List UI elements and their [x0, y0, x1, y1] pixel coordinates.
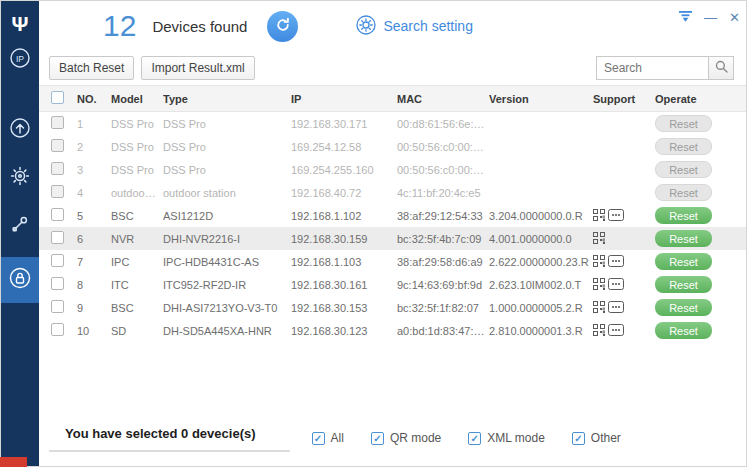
- cell-mac: 4c:11:bf:20:4c:e5: [397, 187, 489, 199]
- cell-model: DSS Pro: [111, 164, 163, 176]
- table-row[interactable]: 8ITCITC952-RF2D-IR192.168.30.1619c:14:63…: [39, 273, 746, 296]
- search-icon: [715, 60, 728, 76]
- table-body: 1DSS ProDSS Pro192.168.30.17100:d8:61:56…: [39, 112, 746, 342]
- sidebar-item-config[interactable]: [1, 161, 39, 195]
- minimize-button[interactable]: —: [704, 11, 717, 24]
- cell-version: 3.204.0000000.0.R: [489, 210, 593, 222]
- cell-mac: 00:50:56:c0:00:01: [397, 141, 489, 153]
- table-header: NO. Model Type IP MAC Version Support Op…: [39, 85, 746, 112]
- xml-icon: [608, 209, 624, 223]
- cell-support: [593, 278, 655, 292]
- refresh-button[interactable]: [267, 11, 298, 42]
- cell-ip: 192.168.1.102: [291, 210, 397, 222]
- reset-button[interactable]: Reset: [655, 161, 712, 178]
- sidebar: Ψ IP: [1, 1, 39, 466]
- xml-icon: [608, 301, 624, 315]
- cell-model: SD: [111, 325, 163, 337]
- row-checkbox[interactable]: [51, 185, 64, 198]
- filter-checkbox[interactable]: [468, 432, 481, 445]
- row-checkbox[interactable]: [51, 254, 64, 267]
- filter-qr-mode[interactable]: QR mode: [371, 431, 441, 445]
- row-checkbox[interactable]: [51, 277, 64, 290]
- cell-support: [593, 209, 655, 223]
- reset-button[interactable]: Reset: [655, 276, 712, 293]
- col-no: NO.: [77, 93, 111, 105]
- sidebar-item-modify-ip[interactable]: IP: [1, 43, 39, 77]
- table-row[interactable]: 1DSS ProDSS Pro192.168.30.17100:d8:61:56…: [39, 112, 746, 135]
- col-ip: IP: [291, 93, 397, 105]
- table-row[interactable]: 10SDDH-SD5A445XA-HNR192.168.30.123a0:bd:…: [39, 319, 746, 342]
- reset-button[interactable]: Reset: [655, 253, 712, 270]
- sidebar-item-password-reset[interactable]: [1, 257, 39, 303]
- qr-icon: [593, 232, 605, 246]
- main-panel: 12 Devices found Search setting: [39, 1, 746, 466]
- menu-filter-button[interactable]: [679, 11, 692, 24]
- batch-reset-button[interactable]: Batch Reset: [49, 56, 134, 80]
- cell-type: outdoor station: [163, 187, 291, 199]
- cell-no: 1: [77, 118, 111, 130]
- table-row[interactable]: 2DSS ProDSS Pro169.254.12.5800:50:56:c0:…: [39, 135, 746, 158]
- reset-button[interactable]: Reset: [655, 115, 712, 132]
- app-logo: Ψ: [1, 5, 39, 43]
- reset-button[interactable]: Reset: [655, 322, 712, 339]
- reset-button[interactable]: Reset: [655, 230, 712, 247]
- row-checkbox[interactable]: [51, 139, 64, 152]
- qr-icon: [593, 209, 605, 223]
- row-checkbox[interactable]: [51, 208, 64, 221]
- cell-model: BSC: [111, 210, 163, 222]
- cell-type: ASI1212D: [163, 210, 291, 222]
- cell-no: 5: [77, 210, 111, 222]
- import-result-button[interactable]: Import Result.xml: [141, 56, 254, 80]
- search-setting-label: Search setting: [383, 18, 473, 34]
- row-checkbox[interactable]: [51, 116, 64, 129]
- filter-checkbox[interactable]: [371, 432, 384, 445]
- row-checkbox[interactable]: [51, 162, 64, 175]
- reset-button[interactable]: Reset: [655, 138, 712, 155]
- cell-support: [593, 255, 655, 269]
- filter-other[interactable]: Other: [572, 431, 621, 445]
- col-support: Support: [593, 93, 655, 105]
- close-button[interactable]: ✕: [729, 11, 740, 24]
- filter-checkbox[interactable]: [312, 432, 325, 445]
- table-row[interactable]: 3DSS ProDSS Pro169.254.255.16000:50:56:c…: [39, 158, 746, 181]
- cell-ip: 192.168.30.153: [291, 302, 397, 314]
- reset-button[interactable]: Reset: [655, 207, 712, 224]
- table-row[interactable]: 7IPCIPC-HDB4431C-AS192.168.1.10338:af:29…: [39, 250, 746, 273]
- cell-mac: a0:bd:1d:83:47:5a: [397, 325, 489, 337]
- topbar: 12 Devices found Search setting: [39, 1, 746, 51]
- filter-all[interactable]: All: [312, 431, 344, 445]
- footer-filters: AllQR modeXML modeOther: [312, 431, 621, 445]
- table-row[interactable]: 9BSCDHI-ASI7213YO-V3-T0192.168.30.153bc:…: [39, 296, 746, 319]
- cell-mac: 9c:14:63:69:bf:9d: [397, 279, 489, 291]
- row-checkbox[interactable]: [51, 231, 64, 244]
- sidebar-item-upgrade[interactable]: [1, 113, 39, 147]
- cell-type: ITC952-RF2D-IR: [163, 279, 291, 291]
- row-checkbox[interactable]: [51, 300, 64, 313]
- filter-xml-mode[interactable]: XML mode: [468, 431, 545, 445]
- row-checkbox[interactable]: [51, 323, 64, 336]
- cell-type: IPC-HDB4431C-AS: [163, 256, 291, 268]
- table-row[interactable]: 6NVRDHI-NVR2216-I192.168.30.159bc:32:5f:…: [39, 227, 746, 250]
- qr-icon: [593, 324, 605, 338]
- cell-model: DSS Pro: [111, 118, 163, 130]
- cell-mac: 38:af:29:12:54:33: [397, 210, 489, 222]
- cell-ip: 192.168.30.123: [291, 325, 397, 337]
- search-button[interactable]: [708, 56, 734, 80]
- col-operate: Operate: [655, 93, 738, 105]
- reset-button[interactable]: Reset: [655, 184, 712, 201]
- table-row[interactable]: 4outdoor st...outdoor station192.168.40.…: [39, 181, 746, 204]
- cell-mac: bc:32:5f:4b:7c:09: [397, 233, 489, 245]
- select-all-checkbox[interactable]: [51, 91, 64, 104]
- cell-mac: 00:d8:61:56:6e:94: [397, 118, 489, 130]
- modify-ip-icon: IP: [9, 47, 31, 73]
- reset-button[interactable]: Reset: [655, 299, 712, 316]
- table-row[interactable]: 5BSCASI1212D192.168.1.10238:af:29:12:54:…: [39, 204, 746, 227]
- search-input[interactable]: [596, 56, 708, 80]
- window-controls: — ✕: [679, 11, 740, 24]
- filter-checkbox[interactable]: [572, 432, 585, 445]
- cell-ip: 192.168.1.103: [291, 256, 397, 268]
- search-setting-button[interactable]: Search setting: [356, 15, 473, 38]
- refresh-icon: [275, 17, 291, 36]
- sidebar-item-tools[interactable]: [1, 209, 39, 243]
- cell-no: 3: [77, 164, 111, 176]
